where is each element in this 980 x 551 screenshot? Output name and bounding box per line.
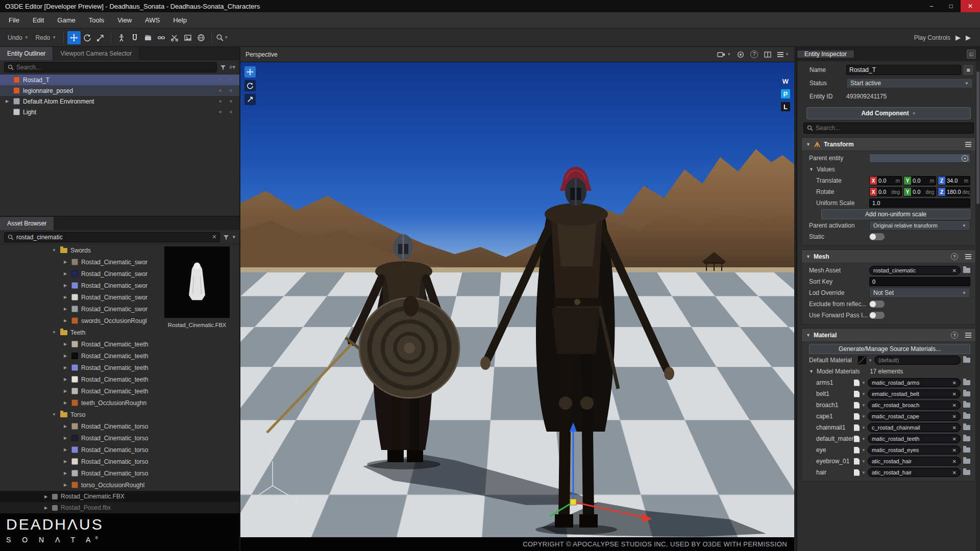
clear-icon[interactable]: ✕ xyxy=(950,414,957,419)
values-row[interactable]: ▼ Values xyxy=(802,164,975,175)
visibility-toggle[interactable] xyxy=(219,79,222,81)
viewport-scene[interactable]: Z Y X W P L xyxy=(240,62,794,537)
add-nonuniform-scale-button[interactable]: Add non-uniform scale xyxy=(821,209,970,219)
clear-icon[interactable]: ✕ xyxy=(950,459,957,464)
asset-item[interactable]: ▶Rostad_Cinematic_torso xyxy=(0,444,239,456)
asset-preview-thumbnail[interactable] xyxy=(164,246,230,318)
material-swatch[interactable] xyxy=(858,356,866,364)
browse-folder-icon[interactable] xyxy=(963,268,970,273)
exclude-reflections-toggle[interactable] xyxy=(869,300,885,308)
visibility-toggle[interactable] xyxy=(219,100,222,103)
material-file-icon[interactable] xyxy=(854,447,860,454)
viewport-move-button[interactable] xyxy=(244,66,256,78)
asset-folder[interactable]: ▼Teeth xyxy=(0,327,239,338)
viewport-rotate-button[interactable] xyxy=(244,80,256,91)
entity-row-default-atom-environment[interactable]: ▶ Default Atom Environment xyxy=(0,96,239,107)
material-file-icon[interactable] xyxy=(854,436,860,442)
browse-folder-icon[interactable] xyxy=(963,391,970,396)
cut-tool-button[interactable] xyxy=(168,31,181,44)
model-materials-row[interactable]: ▼ Model Materials 17 elements xyxy=(802,366,975,377)
asset-item[interactable]: ▶Rostad_Cinematic_teeth xyxy=(0,338,239,350)
material-file-icon[interactable] xyxy=(854,402,860,409)
mesh-asset-field[interactable]: rostad_cinematic✕ xyxy=(869,266,961,275)
asset-folder[interactable]: ▼Torso xyxy=(0,409,239,420)
tab-asset-browser[interactable]: Asset Browser xyxy=(0,217,54,230)
scrollbar-thumb[interactable] xyxy=(976,71,979,204)
undo-button[interactable]: Undo▼ xyxy=(4,31,32,44)
asset-search-input[interactable] xyxy=(16,234,209,241)
material-asset-field[interactable]: matic_rostad_teeth✕ xyxy=(868,434,961,443)
tab-entity-inspector[interactable]: Entity Inspector xyxy=(797,51,854,58)
asset-source-file[interactable]: ▶ Rostad_Cinematic.FBX xyxy=(0,491,239,502)
rotate-x-field[interactable]: X0.0deg xyxy=(869,187,902,196)
material-asset-field[interactable]: c_rostad_chainmail✕ xyxy=(868,423,961,432)
material-file-icon[interactable] xyxy=(854,458,860,465)
chevron-down-icon[interactable]: ▼ xyxy=(862,470,866,475)
help-icon[interactable]: ? xyxy=(951,253,958,260)
chevron-down-icon[interactable]: ▼ xyxy=(862,392,866,396)
material-file-icon[interactable] xyxy=(854,391,860,397)
static-toggle[interactable] xyxy=(869,233,885,240)
browse-folder-icon[interactable] xyxy=(963,414,970,419)
tab-entity-outliner[interactable]: Entity Outliner xyxy=(0,47,53,60)
material-asset-field[interactable]: atic_rostad_broach✕ xyxy=(868,400,961,410)
outliner-search-input[interactable] xyxy=(16,64,213,71)
material-asset-field[interactable]: matic_rostad_eyes✕ xyxy=(868,445,961,455)
browse-folder-icon[interactable] xyxy=(963,447,970,453)
asset-item[interactable]: ▶Rostad_Cinematic_torso xyxy=(0,420,239,432)
chevron-down-icon[interactable]: ▼ xyxy=(862,448,866,453)
maximize-button[interactable]: □ xyxy=(941,0,961,12)
clear-icon[interactable]: ✕ xyxy=(950,391,957,397)
entity-row-legionnaire-posed[interactable]: legionnaire_posed xyxy=(0,85,239,96)
browse-folder-icon[interactable] xyxy=(963,358,970,363)
menu-tools[interactable]: Tools xyxy=(82,12,111,28)
viewport-scale-button[interactable] xyxy=(244,94,256,105)
animation-tool-button[interactable] xyxy=(115,31,128,44)
simulate-button[interactable]: ▶ xyxy=(966,34,971,41)
browse-folder-icon[interactable] xyxy=(963,380,970,385)
picker-icon[interactable] xyxy=(962,155,968,162)
chevron-down-icon[interactable]: ▼ xyxy=(862,437,866,441)
parent-entity-field[interactable] xyxy=(869,154,970,163)
asset-search[interactable]: ✕ xyxy=(4,232,220,242)
tab-viewport-camera-selector[interactable]: Viewport Camera Selector xyxy=(53,47,139,60)
redo-button[interactable]: Redo▼ xyxy=(32,31,60,44)
parent-activation-dropdown[interactable]: Original relative transform ▼ xyxy=(869,220,970,231)
help-icon[interactable]: ? xyxy=(951,332,958,339)
browse-folder-icon[interactable] xyxy=(963,436,970,441)
chevron-down-icon[interactable]: ▾ xyxy=(232,234,235,240)
asset-item[interactable]: ▶Rostad_Cinematic_teeth xyxy=(0,385,239,397)
name-options-icon[interactable]: ▣ xyxy=(964,65,973,74)
translate-z-field[interactable]: Z34.0m xyxy=(938,176,970,185)
play-button[interactable]: ▶ xyxy=(955,34,961,41)
material-file-icon[interactable] xyxy=(854,413,860,420)
clear-icon[interactable]: ✕ xyxy=(950,447,957,453)
link-tool-button[interactable] xyxy=(155,31,168,44)
perspective-toggle[interactable]: P xyxy=(781,89,790,98)
chevron-down-icon[interactable]: ▼ xyxy=(862,459,866,464)
mesh-header[interactable]: ▼ Mesh ? xyxy=(802,250,975,263)
component-menu-icon[interactable] xyxy=(965,333,971,338)
asset-item[interactable]: ▶Rostad_Cinematic_torso xyxy=(0,456,239,467)
debug-display-button[interactable] xyxy=(737,51,744,58)
rotate-tool-button[interactable] xyxy=(81,31,94,44)
asset-item[interactable]: ▶torso_OcclusionRoughl xyxy=(0,479,239,491)
camera-menu-button[interactable]: ▼ xyxy=(717,52,731,58)
pin-panel-icon[interactable]: ◱ xyxy=(967,49,976,59)
material-header[interactable]: ▼ Material ? xyxy=(802,329,975,342)
entity-name-input[interactable] xyxy=(846,65,961,75)
material-file-icon[interactable] xyxy=(854,469,860,476)
browse-folder-icon[interactable] xyxy=(963,459,970,464)
uniform-scale-field[interactable]: 1.0 xyxy=(869,198,970,208)
viewport-options-button[interactable]: ▼ xyxy=(777,52,789,57)
filter-icon[interactable] xyxy=(223,234,229,240)
component-menu-icon[interactable] xyxy=(965,142,971,147)
material-asset-field[interactable]: atic_rostad_hair✕ xyxy=(868,457,961,466)
cinematic-tool-button[interactable] xyxy=(141,31,155,44)
asset-source-file[interactable]: ▶ Rostad_Posed.fbx xyxy=(0,502,239,513)
browse-folder-icon[interactable] xyxy=(963,470,970,475)
material-asset-field[interactable]: matic_rostad_cape✕ xyxy=(868,412,961,421)
layout-button[interactable] xyxy=(764,52,771,58)
status-dropdown[interactable]: Start active ▼ xyxy=(846,78,973,88)
list-options-icon[interactable]: ≡▾ xyxy=(229,64,235,70)
